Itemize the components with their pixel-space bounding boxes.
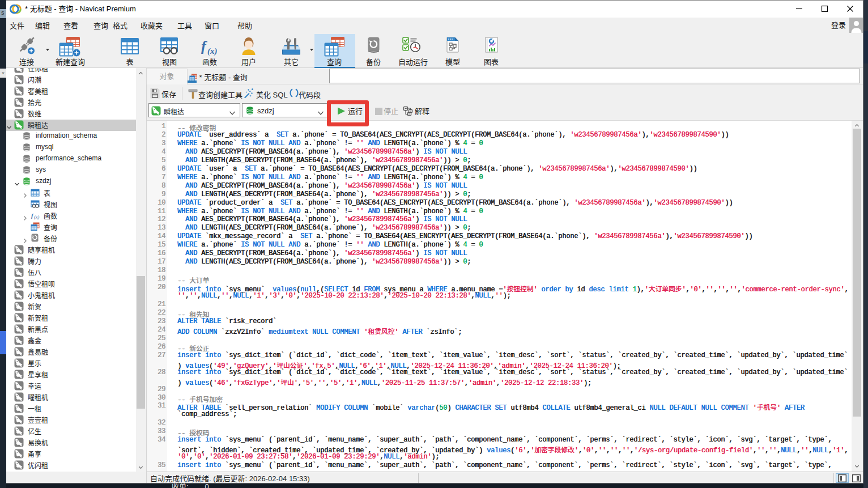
svg-text:(x): (x)	[207, 46, 218, 56]
svg-text:(x): (x)	[34, 214, 40, 220]
svg-text:f: f	[201, 38, 207, 54]
